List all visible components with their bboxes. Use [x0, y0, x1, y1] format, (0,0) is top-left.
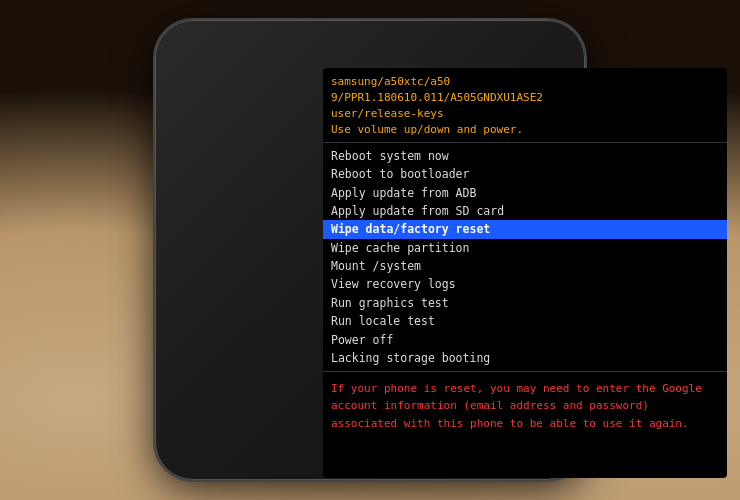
menu-item-lacking-storage[interactable]: Lacking storage booting	[323, 349, 727, 367]
phone-body: samsung/a50xtc/a50 9/PPR1.180610.011/A50…	[155, 20, 585, 480]
phone-screen: samsung/a50xtc/a50 9/PPR1.180610.011/A50…	[323, 68, 727, 478]
menu-item-graphics-test[interactable]: Run graphics test	[323, 294, 727, 312]
device-info-line4: Use volume up/down and power.	[331, 122, 719, 138]
recovery-screen: samsung/a50xtc/a50 9/PPR1.180610.011/A50…	[323, 68, 727, 478]
menu-item-wipe-data[interactable]: Wipe data/factory reset	[323, 220, 727, 238]
device-info-section: samsung/a50xtc/a50 9/PPR1.180610.011/A50…	[323, 68, 727, 143]
menu-item-mount-system[interactable]: Mount /system	[323, 257, 727, 275]
device-info-line2: 9/PPR1.180610.011/A505GNDXU1ASE2	[331, 90, 719, 106]
menu-item-reboot-bootloader[interactable]: Reboot to bootloader	[323, 165, 727, 183]
warning-text: If your phone is reset, you may need to …	[331, 380, 719, 431]
menu-item-apply-adb[interactable]: Apply update from ADB	[323, 184, 727, 202]
scene: samsung/a50xtc/a50 9/PPR1.180610.011/A50…	[0, 0, 740, 500]
warning-section: If your phone is reset, you may need to …	[323, 372, 727, 478]
recovery-menu[interactable]: Reboot system now Reboot to bootloader A…	[323, 143, 727, 373]
menu-item-apply-sd[interactable]: Apply update from SD card	[323, 202, 727, 220]
menu-item-reboot-system[interactable]: Reboot system now	[323, 147, 727, 165]
menu-item-wipe-cache[interactable]: Wipe cache partition	[323, 239, 727, 257]
menu-item-view-logs[interactable]: View recovery logs	[323, 275, 727, 293]
menu-item-locale-test[interactable]: Run locale test	[323, 312, 727, 330]
device-info-line1: samsung/a50xtc/a50	[331, 74, 719, 90]
device-info-line3: user/release-keys	[331, 106, 719, 122]
menu-item-power-off[interactable]: Power off	[323, 331, 727, 349]
